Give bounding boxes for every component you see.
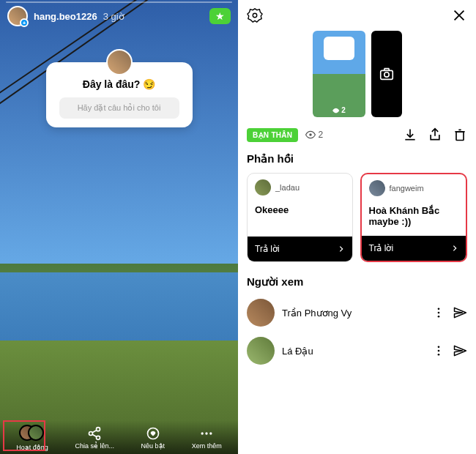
svg-point-3 bbox=[89, 432, 93, 436]
svg-point-2 bbox=[97, 428, 100, 431]
viewer-avatar[interactable] bbox=[247, 299, 275, 327]
settings-icon[interactable] bbox=[247, 7, 263, 23]
viewers-heading: Người xem bbox=[247, 275, 467, 289]
svg-point-25 bbox=[438, 316, 440, 318]
question-text: Đây là đâu? 😏 bbox=[59, 78, 179, 90]
reply-button[interactable]: Trả lời bbox=[248, 237, 352, 261]
trash-icon[interactable] bbox=[453, 127, 467, 142]
share-button[interactable]: Chia sẻ lên... bbox=[75, 426, 114, 450]
sticker-avatar bbox=[106, 49, 133, 75]
question-input-placeholder[interactable]: Hãy đặt câu hỏi cho tôi bbox=[59, 97, 179, 119]
story-insights-panel: 2 BẠN THÂN 2 Phản hồi _ladau Okeeee Trả bbox=[238, 0, 476, 454]
send-icon[interactable] bbox=[453, 305, 467, 320]
svg-point-15 bbox=[384, 72, 388, 77]
chevron-right-icon bbox=[451, 245, 458, 252]
close-friends-label: BẠN THÂN bbox=[247, 128, 298, 142]
eye-icon bbox=[305, 130, 316, 140]
story-header: + hang.beo1226 3 giờ ★ bbox=[0, 6, 238, 26]
author-username[interactable]: hang.beo1226 bbox=[34, 11, 97, 22]
camera-icon bbox=[379, 66, 395, 82]
add-story-ring: + bbox=[20, 18, 29, 27]
svg-point-9 bbox=[206, 432, 208, 434]
svg-point-11 bbox=[253, 13, 257, 18]
svg-line-6 bbox=[92, 434, 97, 436]
chevron-right-icon bbox=[338, 245, 345, 253]
response-card: _ladau Okeeee Trả lời bbox=[247, 173, 353, 262]
more-icon bbox=[199, 426, 214, 441]
share-up-icon[interactable] bbox=[428, 127, 442, 142]
responder-avatar[interactable] bbox=[255, 179, 271, 196]
send-icon[interactable] bbox=[453, 343, 467, 358]
viewer-name[interactable]: Lá Đậu bbox=[282, 346, 425, 357]
svg-point-10 bbox=[209, 432, 212, 434]
svg-rect-20 bbox=[456, 132, 464, 141]
author-avatar[interactable]: + bbox=[7, 6, 28, 26]
response-card: fangweim Hoà Khánh Bắc maybe :)) Trả lời bbox=[360, 173, 468, 262]
add-story-camera[interactable] bbox=[371, 31, 402, 117]
svg-point-4 bbox=[97, 436, 100, 439]
responder-name[interactable]: fangweim bbox=[390, 184, 424, 193]
svg-point-24 bbox=[438, 312, 440, 314]
responses-heading: Phản hồi bbox=[247, 152, 467, 165]
story-bottom-bar: Hoạt động Chia sẻ lên... Nêu bật Xem thê… bbox=[0, 420, 238, 454]
eye-icon bbox=[332, 107, 339, 114]
response-text: Okeeee bbox=[248, 201, 352, 237]
svg-point-16 bbox=[310, 133, 313, 136]
responder-name[interactable]: _ladau bbox=[275, 183, 300, 192]
highlight-button[interactable]: Nêu bật bbox=[141, 426, 166, 450]
share-icon bbox=[87, 426, 102, 441]
current-story-thumbnail[interactable]: 2 bbox=[313, 31, 365, 117]
highlight-icon bbox=[146, 426, 160, 441]
viewer-row: Lá Đậu bbox=[247, 334, 467, 368]
story-meta-row: BẠN THÂN 2 bbox=[247, 127, 467, 142]
question-sticker[interactable]: Đây là đâu? 😏 Hãy đặt câu hỏi cho tôi bbox=[46, 62, 193, 127]
svg-point-28 bbox=[438, 354, 440, 356]
download-icon[interactable] bbox=[403, 127, 417, 142]
story-timestamp: 3 giờ bbox=[103, 11, 124, 22]
svg-point-8 bbox=[201, 432, 204, 434]
more-vertical-icon[interactable] bbox=[432, 306, 445, 319]
viewer-row: Trần Phương Vy bbox=[247, 296, 467, 330]
story-view: + hang.beo1226 3 giờ ★ Đây là đâu? 😏 Hãy… bbox=[0, 0, 238, 454]
close-friends-badge[interactable]: ★ bbox=[209, 8, 231, 24]
more-button[interactable]: Xem thêm bbox=[192, 426, 222, 450]
view-count: 2 bbox=[305, 130, 323, 140]
response-text: Hoà Khánh Bắc maybe :)) bbox=[362, 202, 466, 236]
svg-point-26 bbox=[438, 346, 440, 348]
viewers-list: Trần Phương Vy Lá Đậu bbox=[247, 296, 467, 368]
reply-button[interactable]: Trả lời bbox=[362, 236, 466, 261]
svg-point-23 bbox=[438, 308, 440, 310]
story-progress bbox=[6, 1, 232, 3]
svg-line-5 bbox=[92, 430, 97, 432]
svg-point-27 bbox=[438, 350, 440, 352]
close-icon[interactable] bbox=[451, 7, 467, 23]
more-vertical-icon[interactable] bbox=[432, 344, 445, 357]
story-thumbnails: 2 bbox=[247, 31, 467, 117]
responder-avatar[interactable] bbox=[369, 180, 385, 196]
activity-button[interactable]: Hoạt động bbox=[16, 425, 48, 451]
viewer-avatar[interactable] bbox=[247, 337, 275, 365]
responses-list: _ladau Okeeee Trả lời fangweim Hoà Khánh… bbox=[247, 173, 467, 262]
viewer-name[interactable]: Trần Phương Vy bbox=[282, 308, 425, 319]
